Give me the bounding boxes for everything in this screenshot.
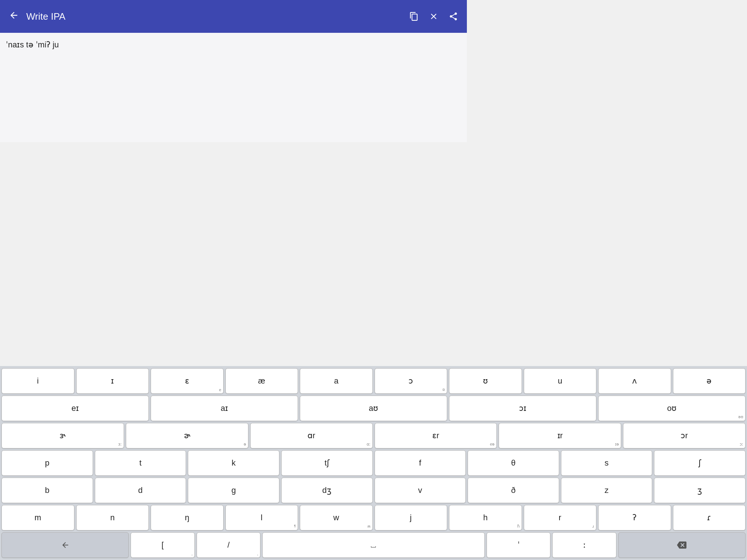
header-actions — [409, 12, 458, 21]
back-button[interactable] — [9, 10, 19, 23]
app-header: Write IPA — [0, 0, 467, 33]
ipa-text-content: ˈnaɪs tə ˈmiʔ ju — [6, 40, 59, 49]
share-button[interactable] — [449, 12, 458, 21]
close-button[interactable] — [429, 12, 438, 21]
ipa-text-area[interactable]: ˈnaɪs tə ˈmiʔ ju — [0, 33, 467, 142]
page-title: Write IPA — [26, 11, 409, 22]
copy-button[interactable] — [409, 12, 419, 21]
